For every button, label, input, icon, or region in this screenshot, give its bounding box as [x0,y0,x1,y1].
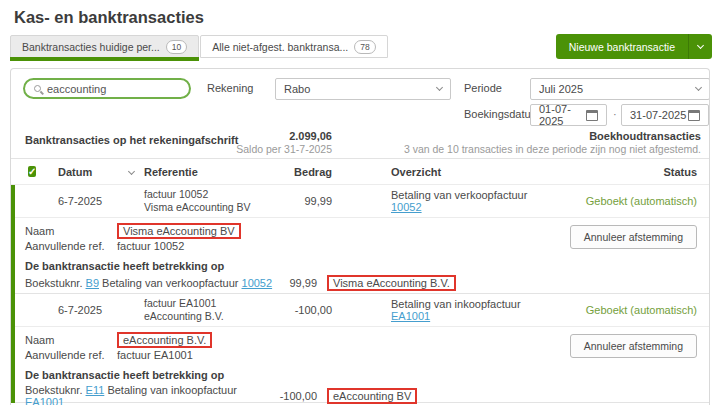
new-bank-transaction-label: Nieuwe banktransactie [556,34,688,59]
voucher-amount: -100,00 [273,390,317,402]
booking-date-label: Boekingsdatum [464,108,540,120]
search-icon [34,85,41,92]
tab-count-badge: 10 [166,40,187,54]
cell-reference: factuur 10052 Visma eAccounting BV [144,188,252,214]
bookkeeping-caption: 3 van de 10 transacties in deze periode … [404,143,701,156]
transaction-detail: Naam eAccounting B.V. Aanvullende ref. f… [15,327,709,360]
page-title: Kas- en banktransacties [0,0,719,27]
balance-caption: Saldo per 31-7-2025 [11,143,332,156]
relates-title: De banktransactie heeft betrekking op [25,369,697,381]
transaction-block: 6-7-2025 factuur 10052 Visma eAccounting… [15,185,709,294]
date-to-value: 31-07-2025 [630,109,686,121]
date-to-input[interactable]: 31-07-2025 [621,104,709,126]
column-header-amount[interactable]: Bedrag [252,166,332,178]
voucher-text: Boekstuknr. E11 Betaling van inkoopfactu… [25,384,273,405]
transactions-panel: eaccounting Rekening Rabo Periode Juli 2… [10,68,710,405]
cell-reference: factuur EA1001 eAccounting B.V. [144,297,252,323]
tab-label: Banktransacties huidige per... [22,41,160,53]
balance-block: 2.099,06 Saldo per 31-7-2025 [11,130,332,156]
column-header-date[interactable]: Datum [58,166,144,178]
chevron-down-icon [697,41,704,48]
chevron-down-icon [436,84,443,91]
date-from-input[interactable]: 01-07-2025 [530,104,607,126]
status-badge: Geboekt (automatisch) [559,195,709,207]
bookkeeping-title: Boekhoudtransacties [404,130,701,143]
date-range-separator: · [613,108,617,120]
cancel-reconciliation-button[interactable]: Annuleer afstemming [570,334,697,358]
extra-ref-value: factuur 10052 [117,240,184,252]
invoice-link[interactable]: EA1001 [25,396,64,405]
table-header: ✓ Datum Referentie Bedrag Overzicht Stat… [11,159,709,185]
name-value-highlighted: Visma eAccounting BV [117,223,241,239]
name-value-highlighted: eAccounting B.V. [117,332,212,348]
tab-bank-transactions-current-period[interactable]: Banktransacties huidige per... 10 [10,35,199,58]
table-row[interactable]: 6-7-2025 factuur 10052 Visma eAccounting… [15,185,709,218]
tab-label: Alle niet-afgest. banktransa... [212,41,348,53]
voucher-name-highlighted: Visma eAccounting B.V. [327,275,456,291]
relates-section: De banktransactie heeft betrekking op Bo… [15,360,709,402]
tab-bar: Banktransacties huidige per... 10 Alle n… [10,35,388,58]
filter-bar: eaccounting Rekening Rabo Periode Juli 2… [11,69,709,127]
column-header-reference[interactable]: Referentie [144,166,252,178]
new-bank-transaction-button[interactable]: Nieuwe banktransactie [556,34,712,59]
name-label: Naam [25,334,117,346]
cell-date: 6-7-2025 [58,195,144,207]
invoice-link[interactable]: 10052 [391,201,422,213]
account-label: Rekening [207,82,253,94]
tab-count-badge: 78 [354,40,375,54]
table-row[interactable]: 6-7-2025 factuur EA1001 eAccounting B.V.… [15,294,709,327]
status-badge: Geboekt (automatisch) [559,304,709,316]
sort-chevron-icon[interactable] [128,167,135,174]
period-label: Periode [464,82,502,94]
new-bank-transaction-dropdown[interactable] [688,34,712,59]
account-select[interactable]: Rabo [275,78,451,100]
chevron-down-icon [695,84,702,91]
name-label: Naam [25,225,117,237]
extra-ref-label: Aanvullende ref. [25,240,117,252]
calendar-icon[interactable] [688,110,700,121]
transaction-list: 6-7-2025 factuur 10052 Visma eAccounting… [11,185,709,403]
extra-ref-value: factuur EA1001 [117,349,193,361]
voucher-number-link[interactable]: B9 [86,277,99,289]
balance-amount: 2.099,06 [11,130,332,143]
voucher-name-highlighted: eAccounting BV [327,388,417,404]
calendar-icon[interactable] [586,110,598,121]
cell-amount: 99,99 [252,195,332,207]
column-header-overview[interactable]: Overzicht [391,166,559,178]
summary-strip: Banktransacties op het rekeningafschrift… [11,127,709,159]
cell-amount: -100,00 [252,304,332,316]
voucher-text: Boekstuknr. B9 Betaling van verkoopfactu… [25,277,273,289]
bookkeeping-block: Boekhoudtransacties 3 van de 10 transact… [404,130,701,156]
invoice-link[interactable]: EA1001 [391,310,430,322]
invoice-link[interactable]: 10052 [242,277,273,289]
column-header-status[interactable]: Status [559,166,709,178]
date-from-value: 01-07-2025 [539,103,586,127]
relates-section: De banktransactie heeft betrekking op Bo… [15,251,709,293]
period-selected-value: Juli 2025 [539,83,583,95]
relates-title: De banktransactie heeft betrekking op [25,260,697,272]
cell-overview: Betaling van verkoopfactuur 10052 [391,189,559,213]
search-input[interactable]: eaccounting [23,78,191,99]
bank-transactions-page: Kas- en banktransacties Banktransacties … [0,0,719,405]
tab-all-unreconciled-transactions[interactable]: Alle niet-afgest. banktransa... 78 [200,35,387,58]
search-value: eaccounting [47,83,106,95]
select-all-checkbox[interactable]: ✓ [28,166,36,177]
transaction-block: 6-7-2025 factuur EA1001 eAccounting B.V.… [15,294,709,403]
cell-overview: Betaling van inkoopfactuur EA1001 [391,298,559,322]
account-selected-value: Rabo [284,83,310,95]
voucher-amount: 99,99 [273,277,317,289]
cancel-reconciliation-button[interactable]: Annuleer afstemming [570,225,697,249]
extra-ref-label: Aanvullende ref. [25,349,117,361]
voucher-number-link[interactable]: E11 [86,384,105,396]
transaction-detail: Naam Visma eAccounting BV Aanvullende re… [15,218,709,251]
cell-date: 6-7-2025 [58,304,144,316]
period-select[interactable]: Juli 2025 [530,78,710,100]
